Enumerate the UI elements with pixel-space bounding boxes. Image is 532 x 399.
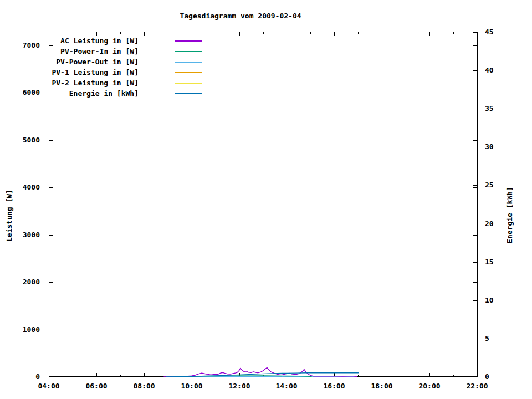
y-tick-label-right: 30: [485, 142, 494, 151]
y-tick-label-right: 0: [485, 372, 489, 381]
legend-line-sample-pv2-leistung: [175, 83, 202, 84]
y-tick-label-left: 6000: [23, 88, 40, 96]
y-tick-label-left: 3000: [23, 231, 40, 239]
legend-item: PV-Power-Out in [W]: [50, 57, 202, 67]
legend-item: PV-2 Leistung in [W]: [50, 78, 202, 88]
legend-item: PV-Power-In in [W]: [50, 46, 202, 57]
series-line-0: [163, 367, 357, 376]
y-tick-label-right: 10: [485, 296, 494, 304]
y-tick-label-right: 40: [485, 66, 494, 74]
y-tick-label-right: 5: [485, 334, 489, 342]
x-tick-label: 20:00: [418, 382, 440, 390]
gnuplot-chart-page: { "page": { "background": "#ffffff", "te…: [0, 0, 532, 399]
y-tick-label-left: 0: [35, 372, 40, 381]
x-tick-label: 08:00: [133, 382, 155, 390]
x-tick-label: 12:00: [228, 382, 250, 390]
legend-label: PV-Power-In in [W]: [50, 47, 139, 55]
y-tick-label-left: 5000: [23, 136, 40, 144]
y-tick-label-left: 2000: [23, 278, 40, 286]
y-tick-label-left: 4000: [23, 183, 40, 191]
legend-item: AC Leistung in [W]: [50, 35, 202, 46]
legend: AC Leistung in [W] PV-Power-In in [W] PV…: [50, 35, 202, 99]
y-tick-label-right: 25: [485, 181, 494, 189]
x-tick-label: 14:00: [275, 382, 297, 390]
x-tick-label: 18:00: [371, 382, 392, 390]
x-tick-label: 06:00: [85, 382, 107, 390]
legend-line-sample-pv-power-out: [175, 62, 202, 63]
legend-label: Energie in [kWh]: [50, 89, 139, 98]
y-tick-label-right: 45: [485, 28, 494, 36]
y-tick-label-left: 7000: [23, 41, 40, 49]
legend-line-sample-energie: [175, 93, 202, 94]
legend-label: AC Leistung in [W]: [50, 37, 139, 45]
legend-item: PV-1 Leistung in [W]: [50, 67, 202, 78]
y-tick-label-right: 35: [485, 104, 494, 112]
legend-line-sample-ac-leistung: [175, 40, 202, 42]
legend-line-sample-pv1-leistung: [175, 72, 202, 73]
y-tick-label-right: 15: [485, 258, 494, 266]
y-axis-label-left: Leistung [W]: [4, 160, 14, 271]
x-tick-label: 04:00: [38, 382, 59, 390]
legend-label: PV-Power-Out in [W]: [50, 58, 139, 66]
x-tick-label: 10:00: [181, 382, 202, 390]
legend-label: PV-2 Leistung in [W]: [50, 79, 139, 87]
y-axis-label-right: Energie [kWh]: [505, 160, 515, 270]
legend-line-sample-pv-power-in: [175, 51, 202, 52]
x-tick-label: 16:00: [323, 382, 345, 390]
y-tick-label-right: 20: [485, 219, 494, 228]
y-tick-label-left: 1000: [23, 325, 40, 334]
x-tick-label: 22:00: [466, 382, 488, 390]
legend-item: Energie in [kWh]: [50, 88, 202, 99]
legend-label: PV-1 Leistung in [W]: [50, 68, 139, 76]
